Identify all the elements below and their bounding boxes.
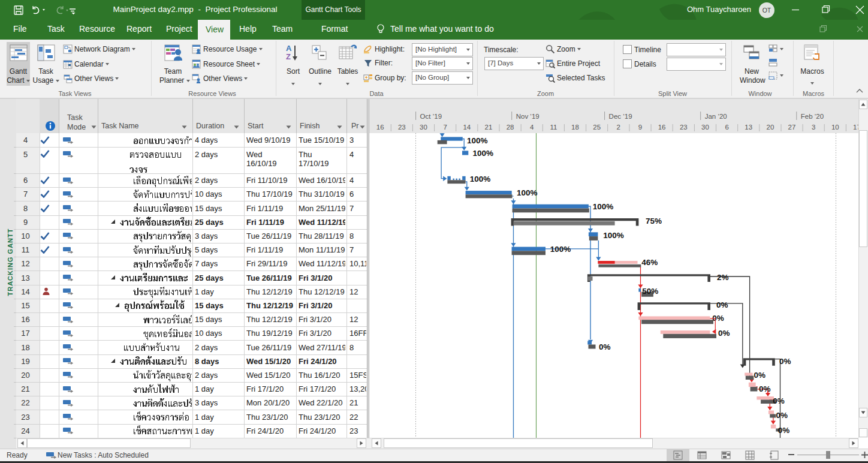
svg-text:0%: 0% [759, 384, 771, 393]
svg-text:100%: 100% [470, 175, 491, 184]
svg-text:17: 17 [853, 124, 858, 131]
svg-text:Dec ‘19: Dec ‘19 [609, 113, 632, 120]
svg-text:16: 16 [658, 124, 666, 131]
svg-text:0%: 0% [718, 329, 730, 338]
svg-text:21: 21 [485, 124, 493, 131]
svg-text:23: 23 [680, 124, 688, 131]
svg-text:6: 6 [725, 124, 728, 131]
svg-text:75%: 75% [646, 217, 662, 226]
svg-text:100%: 100% [550, 245, 571, 254]
svg-text:2: 2 [617, 124, 620, 131]
svg-text:18: 18 [571, 124, 579, 131]
svg-text:0%: 0% [776, 411, 788, 420]
svg-text:28: 28 [507, 124, 514, 131]
svg-text:30: 30 [420, 124, 427, 131]
svg-text:46%: 46% [641, 258, 658, 267]
svg-text:14: 14 [463, 124, 471, 131]
svg-text:7: 7 [443, 124, 447, 131]
svg-text:0%: 0% [779, 357, 791, 366]
svg-text:Feb ‘20: Feb ‘20 [801, 113, 824, 120]
svg-text:100%: 100% [593, 202, 614, 211]
svg-text:100%: 100% [473, 149, 494, 158]
svg-text:Oct ‘19: Oct ‘19 [420, 113, 442, 120]
svg-text:2%: 2% [717, 273, 729, 282]
svg-text:25: 25 [593, 124, 601, 131]
svg-text:0%: 0% [599, 342, 611, 351]
svg-text:Jan ‘20: Jan ‘20 [705, 113, 727, 120]
svg-text:0%: 0% [754, 371, 766, 380]
svg-text:100%: 100% [517, 188, 538, 197]
svg-text:A: A [286, 44, 292, 53]
svg-text:100%: 100% [467, 136, 488, 145]
svg-text:11: 11 [550, 124, 557, 131]
svg-text:10: 10 [831, 124, 839, 131]
svg-text:9: 9 [638, 124, 642, 131]
svg-text:0%: 0% [778, 426, 790, 435]
svg-text:3: 3 [812, 124, 815, 131]
svg-text:27: 27 [788, 124, 796, 131]
svg-text:20: 20 [767, 124, 774, 131]
svg-text:100%: 100% [603, 231, 624, 240]
svg-text:50%: 50% [642, 287, 658, 296]
svg-text:30: 30 [701, 124, 709, 131]
svg-text:0%: 0% [716, 300, 728, 309]
svg-text:23: 23 [398, 124, 406, 131]
svg-text:13: 13 [745, 124, 752, 131]
svg-text:0%: 0% [773, 396, 785, 405]
svg-text:Z: Z [286, 52, 291, 61]
svg-text:Nov ‘19: Nov ‘19 [516, 113, 540, 120]
svg-text:16: 16 [376, 124, 384, 131]
svg-text:4: 4 [530, 124, 534, 131]
